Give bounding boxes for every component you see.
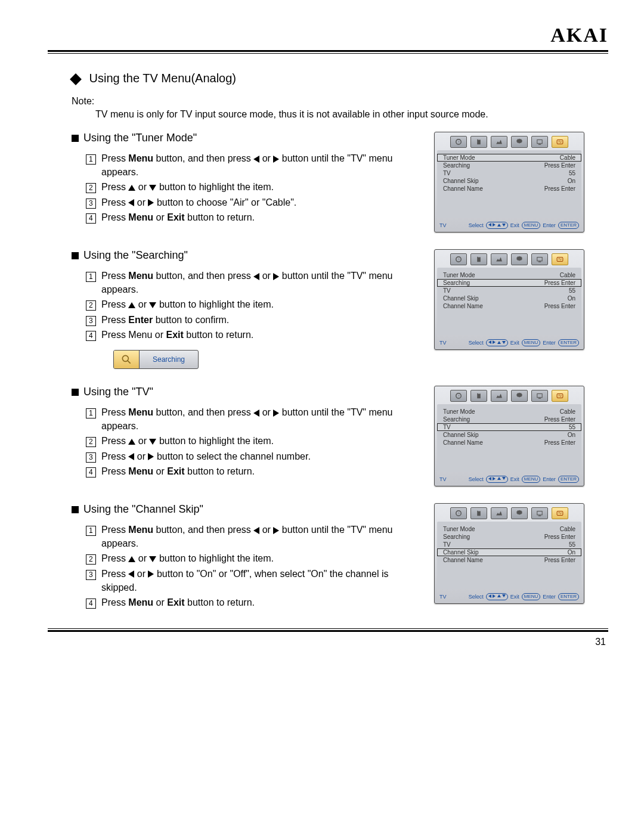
osd-footer-enter-pill: ENTER xyxy=(558,476,579,483)
osd-footer-arrows xyxy=(486,593,508,600)
osd-tab: TV xyxy=(552,136,568,148)
section-title: Using the "Channel Skip" xyxy=(72,503,410,516)
step: 2Press or button to highlight the item. xyxy=(86,180,410,194)
square-icon xyxy=(72,506,79,513)
step-body: Press or button to select the channel nu… xyxy=(101,449,410,463)
osd-tab xyxy=(450,507,467,519)
step-body: Press Enter button to confirm. xyxy=(101,313,410,327)
osd-row-label: Channel Skip xyxy=(443,178,478,184)
osd-row-value: On xyxy=(568,295,575,302)
step: 1Press Menu button, and then press or bu… xyxy=(86,269,410,296)
step-body: Press Menu button, and then press or but… xyxy=(101,269,410,296)
step: 4Press Menu or Exit button to return. xyxy=(86,328,410,342)
osd-row: SearchingPress Enter xyxy=(437,415,581,423)
osd-tab xyxy=(531,136,548,148)
osd-row-value: Press Enter xyxy=(544,416,575,423)
section-text: Using the "Tuner Mode"1Press Menu button… xyxy=(72,132,410,225)
osd-footer-exit: Exit xyxy=(510,222,519,228)
osd-footer: TVSelectExitMENUEnterENTER xyxy=(435,591,584,603)
osd-row-label: TV xyxy=(443,424,451,430)
osd-row-value: Press Enter xyxy=(544,534,575,540)
osd-footer-arrows xyxy=(486,222,508,229)
osd-footer-tv: TV xyxy=(439,476,459,482)
osd-tab xyxy=(450,136,467,148)
right-arrow-icon xyxy=(148,570,154,578)
svg-rect-7 xyxy=(538,262,541,262)
step-body: Press or button to highlight the item. xyxy=(101,551,410,565)
osd-row: Channel SkipOn xyxy=(437,431,581,439)
osd-row: Tuner ModeCable xyxy=(437,525,581,533)
section: Using the "Channel Skip"1Press Menu butt… xyxy=(72,503,584,610)
down-arrow-icon xyxy=(149,439,156,445)
osd-footer-tv: TV xyxy=(439,594,459,600)
osd-tab xyxy=(511,253,528,265)
step-body: Press Menu or Exit button to return. xyxy=(101,328,410,342)
left-arrow-icon xyxy=(253,273,259,280)
left-arrow-icon xyxy=(128,199,134,206)
up-arrow-icon xyxy=(128,302,135,308)
section-title: Using the "Searching" xyxy=(72,249,410,262)
square-icon xyxy=(72,252,79,259)
osd-row-value: Press Enter xyxy=(544,439,575,446)
right-arrow-icon xyxy=(273,156,279,163)
svg-rect-0 xyxy=(537,140,542,144)
osd-footer-exit: Exit xyxy=(510,476,519,482)
osd-row-label: Searching xyxy=(443,534,470,540)
osd-row-label: Tuner Mode xyxy=(443,154,475,161)
osd-row: Channel NamePress Enter xyxy=(437,185,581,193)
osd-footer-enter: Enter xyxy=(543,340,556,346)
note-body: TV menu is only for TV input source mode… xyxy=(95,109,584,120)
section-title-text: Using the "Tuner Mode" xyxy=(83,132,197,144)
osd-tab xyxy=(470,253,487,265)
osd-row-label: TV xyxy=(443,170,451,176)
osd-tab xyxy=(450,390,467,402)
osd-tab-bar: TV xyxy=(435,386,584,404)
step-body: Press or button to highlight the item. xyxy=(101,434,410,448)
square-icon xyxy=(72,135,79,142)
osd-row-value: Cable xyxy=(560,526,575,532)
osd-tab xyxy=(470,136,487,148)
osd-panel: TVTuner ModeCableSearchingPress EnterTV5… xyxy=(434,503,584,604)
steps-list: 1Press Menu button, and then press or bu… xyxy=(86,523,410,609)
step-body: Press Menu or Exit button to return. xyxy=(101,464,410,478)
osd-tab xyxy=(531,390,548,402)
section: Using the "Searching"1Press Menu button,… xyxy=(72,249,584,369)
osd-row-value: Cable xyxy=(560,154,575,161)
osd-row-label: Tuner Mode xyxy=(443,408,475,415)
osd-row-value: Cable xyxy=(560,272,575,278)
osd-tab xyxy=(511,136,528,148)
section-text: Using the "TV"1Press Menu button, and th… xyxy=(72,386,410,479)
section: Using the "TV"1Press Menu button, and th… xyxy=(72,386,584,486)
step: 2Press or button to highlight the item. xyxy=(86,551,410,565)
osd-tab xyxy=(491,253,507,265)
step: 1Press Menu button, and then press or bu… xyxy=(86,405,410,433)
section-title-text: Using the "Channel Skip" xyxy=(83,503,203,515)
osd-row: Channel NamePress Enter xyxy=(437,556,581,564)
svg-rect-6 xyxy=(537,258,542,261)
osd-footer-enter-pill: ENTER xyxy=(558,593,579,600)
osd-tab xyxy=(470,507,487,519)
osd-row-label: Searching xyxy=(443,416,470,423)
step-body: Press Menu button, and then press or but… xyxy=(101,523,410,550)
osd-sheet: Tuner ModeCableSearchingPress EnterTV55C… xyxy=(437,150,581,218)
svg-text:TV: TV xyxy=(558,141,562,144)
osd-footer: TVSelectExitMENUEnterENTER xyxy=(435,220,584,232)
left-arrow-icon xyxy=(128,453,134,460)
down-arrow-icon xyxy=(149,302,156,308)
osd-footer-enter-pill: ENTER xyxy=(558,222,579,229)
svg-rect-15 xyxy=(538,515,541,516)
note-label: Note: xyxy=(72,96,584,107)
left-arrow-icon xyxy=(253,410,259,417)
osd-tab: TV xyxy=(552,253,568,265)
osd-panel: TVTuner ModeCableSearchingPress EnterTV5… xyxy=(434,249,584,350)
osd-row: SearchingPress Enter xyxy=(437,533,581,541)
osd-footer-tv: TV xyxy=(439,222,459,228)
diamond-icon xyxy=(70,73,82,85)
step-body: Press or button to highlight the item. xyxy=(101,180,410,194)
osd-row: TV55 xyxy=(437,287,581,294)
rule-thick xyxy=(48,50,608,52)
rule-thin xyxy=(48,53,608,54)
osd-tab xyxy=(511,507,528,519)
step-body: Press Menu button, and then press or but… xyxy=(101,151,410,179)
osd-row-value: Cable xyxy=(560,408,575,415)
